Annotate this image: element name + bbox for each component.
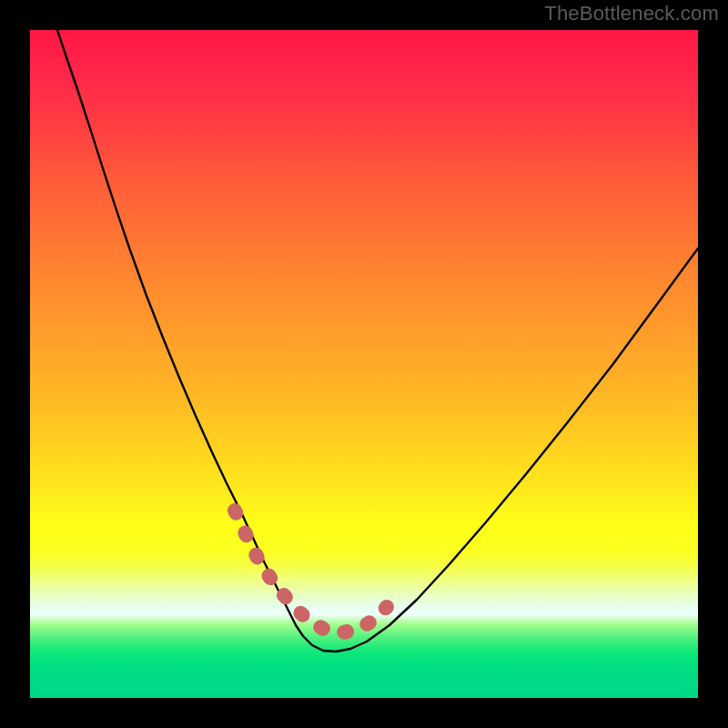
highlight-near-minimum [235, 511, 387, 632]
curve-layer [30, 30, 698, 698]
plot-area [30, 30, 698, 698]
bottleneck-curve-path [57, 30, 698, 652]
chart-frame: TheBottleneck.com [0, 0, 728, 728]
highlight-dots-path [235, 511, 387, 632]
bottleneck-curve [57, 30, 698, 652]
watermark-text: TheBottleneck.com [544, 2, 719, 25]
